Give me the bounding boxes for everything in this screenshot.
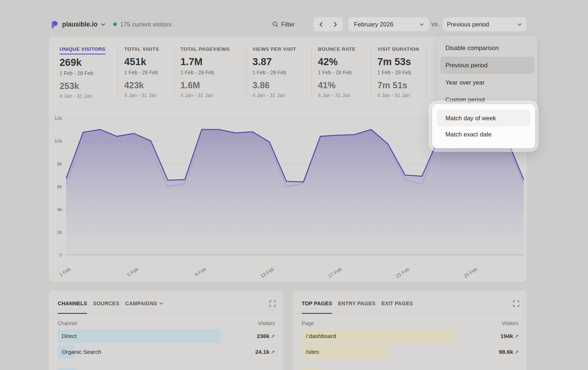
stat-prev-period: 4 Jan - 31 Jan (377, 92, 427, 98)
stat-label: UNIQUE VISITORS (60, 46, 105, 54)
stat-total-pageviews[interactable]: TOTAL PAGEVIEWS 1.7M 1 Feb - 28 Feb 1.6M… (174, 46, 246, 99)
row-value: 194k↗ (501, 333, 519, 339)
row-label[interactable]: /sites (306, 349, 319, 355)
svg-text:12k: 12k (54, 115, 62, 121)
channel-rows: Direct 236k↗ Organic Search 24.1k↗ (58, 329, 275, 361)
stat-total-visits[interactable]: TOTAL VISITS 451k 1 Feb - 28 Feb 423k 4 … (118, 46, 174, 99)
date-range-label: February 2026 (354, 21, 393, 28)
chevron-left-icon[interactable] (319, 22, 323, 27)
stat-prev-period: 4 Jan - 31 Jan (60, 93, 118, 99)
tab-channels[interactable]: CHANNELS (58, 300, 87, 306)
stat-prev-value: 3.86 (252, 80, 311, 90)
chevron-right-icon[interactable] (334, 22, 337, 27)
column-channel: Channel (58, 320, 77, 326)
clipped-row-bar (302, 368, 320, 370)
site-switcher[interactable]: plausible.io (50, 17, 105, 31)
match-mode-popup: Match day of week Match exact date (432, 104, 535, 148)
stat-bounce-rate[interactable]: BOUNCE RATE 42% 1 Feb - 28 Feb 41% 4 Jan… (311, 46, 371, 99)
stat-value: 269k (60, 57, 118, 68)
column-headers: Page Visitors (302, 320, 519, 326)
stat-prev-value: 1.6M (180, 80, 246, 90)
stat-label: BOUNCE RATE (318, 46, 355, 54)
channels-tabs: CHANNELS SOURCES CAMPAIGNS (58, 300, 163, 306)
column-visitors: Visitors (258, 320, 275, 326)
trend-up-icon: ↗ (270, 349, 275, 355)
table-row-direct[interactable]: Direct 236k↗ (58, 329, 275, 343)
pages-panel: TOP PAGES ENTRY PAGES EXIT PAGES Page Vi… (293, 291, 527, 370)
table-row-sites[interactable]: /sites 98.6k↗ (302, 345, 519, 359)
table-row-dashboard[interactable]: /:dashboard 194k↗ (302, 329, 519, 343)
column-page: Page (302, 320, 314, 326)
stat-label: VISIT DURATION (377, 46, 419, 54)
popup-item-match-day-of-week[interactable]: Match day of week (437, 110, 530, 126)
popup-item-match-exact-date[interactable]: Match exact date (437, 126, 530, 142)
comparison-select[interactable]: Previous period (443, 17, 527, 31)
filter-button[interactable]: Filter (272, 17, 295, 31)
tab-exit-pages[interactable]: EXIT PAGES (381, 300, 413, 306)
tab-sources[interactable]: SOURCES (93, 300, 119, 306)
stat-prev-value: 253k (60, 81, 118, 91)
plausible-logo-icon (50, 20, 59, 29)
expand-icon[interactable] (269, 300, 276, 307)
stat-value: 42% (318, 56, 371, 68)
stat-value: 3.87 (252, 56, 311, 68)
divider (293, 314, 527, 314)
channels-panel: CHANNELS SOURCES CAMPAIGNS Channel Visit… (49, 291, 283, 370)
svg-text:6k: 6k (57, 184, 62, 189)
trend-up-icon: ↗ (270, 333, 275, 339)
tab-entry-pages[interactable]: ENTRY PAGES (338, 300, 376, 306)
menu-item-disable-comparison[interactable]: Disable comparison (437, 39, 537, 57)
divider (49, 314, 283, 314)
search-icon (272, 21, 278, 27)
current-visitors[interactable]: 175 current visitors (113, 17, 171, 31)
stat-prev-period: 4 Jan - 31 Jan (252, 92, 311, 98)
svg-text:21 Feb: 21 Feb (395, 266, 410, 279)
svg-text:5 Feb: 5 Feb (126, 266, 139, 278)
trend-up-icon: ↗ (514, 349, 519, 355)
row-value: 236k↗ (257, 333, 275, 339)
svg-text:17 Feb: 17 Feb (327, 266, 343, 279)
chevron-down-icon (101, 23, 105, 26)
current-visitors-label: 175 current visitors (120, 21, 171, 28)
stat-prev-value: 7m 51s (377, 80, 427, 90)
svg-text:25 Feb: 25 Feb (463, 266, 478, 279)
menu-item-year-over-year[interactable]: Year over year (437, 74, 537, 91)
stat-period: 1 Feb - 28 Feb (252, 70, 311, 75)
svg-text:8k: 8k (57, 161, 62, 167)
trend-up-icon: ↗ (514, 333, 519, 339)
stat-prev-value: 41% (318, 80, 371, 90)
chevron-down-icon (159, 302, 163, 305)
date-nav-group (313, 17, 343, 31)
svg-text:4k: 4k (57, 207, 62, 212)
date-range-select[interactable]: February 2026 (348, 17, 429, 31)
stats-row: UNIQUE VISITORS 269k 1 Feb - 28 Feb 253k… (60, 46, 427, 99)
vs-label: vs. (431, 21, 439, 28)
stat-prev-period: 4 Jan - 31 Jan (318, 92, 371, 98)
stat-value: 451k (124, 56, 174, 68)
comparison-menu: Disable comparison Previous period Year … (437, 36, 537, 112)
svg-text:0: 0 (60, 252, 62, 258)
menu-item-previous-period[interactable]: Previous period (440, 57, 534, 74)
chevron-down-icon (419, 23, 424, 26)
stat-label: TOTAL VISITS (124, 46, 159, 54)
stat-label: TOTAL PAGEVIEWS (180, 46, 230, 54)
row-label[interactable]: Organic Search (62, 349, 101, 355)
tab-campaigns[interactable]: CAMPAIGNS (125, 300, 163, 306)
row-label[interactable]: Direct (62, 333, 76, 339)
tab-top-pages[interactable]: TOP PAGES (302, 300, 332, 306)
stat-views-per-visit[interactable]: VIEWS PER VISIT 3.87 1 Feb - 28 Feb 3.86… (246, 46, 311, 99)
stat-unique-visitors[interactable]: UNIQUE VISITORS 269k 1 Feb - 28 Feb 253k… (60, 46, 118, 99)
stat-visit-duration[interactable]: VISIT DURATION 7m 53s 1 Feb - 28 Feb 7m … (371, 46, 427, 99)
svg-text:2k: 2k (57, 230, 62, 235)
stat-period: 1 Feb - 28 Feb (124, 70, 174, 75)
plausible-dashboard: { "header": { "site_name": "plausible.io… (0, 0, 588, 370)
expand-icon[interactable] (513, 300, 519, 307)
column-headers: Channel Visitors (58, 320, 275, 326)
row-value: 98.6k↗ (499, 349, 519, 355)
svg-text:9 Feb: 9 Feb (194, 266, 207, 278)
row-label[interactable]: /:dashboard (306, 333, 336, 339)
table-row-organic-search[interactable]: Organic Search 24.1k↗ (58, 345, 275, 359)
filter-label: Filter (281, 21, 295, 28)
chevron-down-icon (517, 23, 522, 26)
stat-period: 1 Feb - 28 Feb (318, 70, 371, 75)
